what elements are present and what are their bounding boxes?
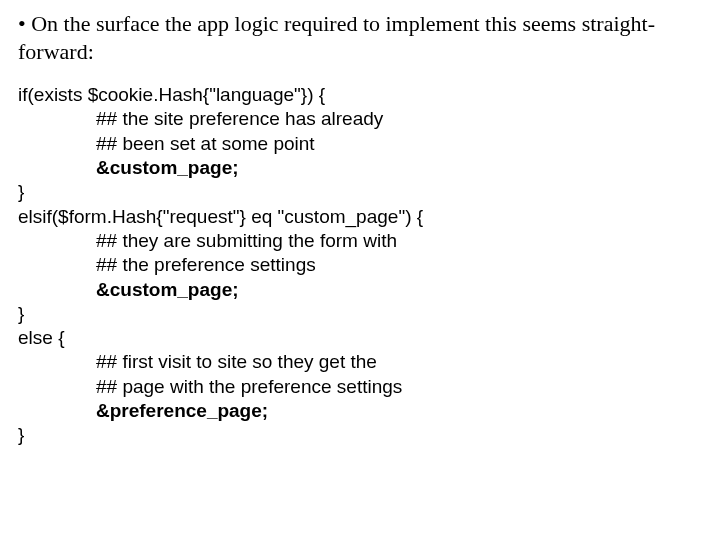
code-comment: ## the preference settings bbox=[18, 253, 702, 277]
code-block: if(exists $cookie.Hash{"language"}) { ##… bbox=[18, 83, 702, 448]
code-line: if(exists $cookie.Hash{"language"}) { bbox=[18, 83, 702, 107]
code-comment: ## they are submitting the form with bbox=[18, 229, 702, 253]
code-comment: ## first visit to site so they get the bbox=[18, 350, 702, 374]
code-comment: ## page with the preference settings bbox=[18, 375, 702, 399]
code-line: elsif($form.Hash{"request"} eq "custom_p… bbox=[18, 205, 702, 229]
code-comment: ## the site preference has already bbox=[18, 107, 702, 131]
code-line: } bbox=[18, 423, 702, 447]
bullet-text: • On the surface the app logic required … bbox=[18, 10, 702, 65]
code-line: else { bbox=[18, 326, 702, 350]
code-call: &preference_page; bbox=[18, 399, 702, 423]
code-line: } bbox=[18, 302, 702, 326]
code-call: &custom_page; bbox=[18, 278, 702, 302]
code-comment: ## been set at some point bbox=[18, 132, 702, 156]
code-line: } bbox=[18, 180, 702, 204]
code-call: &custom_page; bbox=[18, 156, 702, 180]
